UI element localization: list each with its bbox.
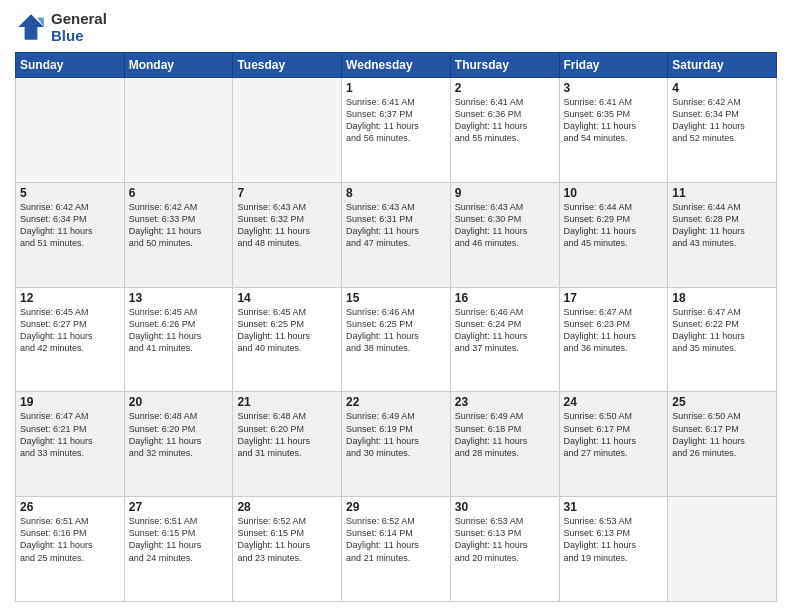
- day-cell: 8Sunrise: 6:43 AM Sunset: 6:31 PM Daylig…: [342, 182, 451, 287]
- day-cell: 17Sunrise: 6:47 AM Sunset: 6:23 PM Dayli…: [559, 287, 668, 392]
- day-info: Sunrise: 6:45 AM Sunset: 6:27 PM Dayligh…: [20, 306, 120, 355]
- day-info: Sunrise: 6:41 AM Sunset: 6:35 PM Dayligh…: [564, 96, 664, 145]
- weekday-header-tuesday: Tuesday: [233, 53, 342, 78]
- day-cell: 29Sunrise: 6:52 AM Sunset: 6:14 PM Dayli…: [342, 497, 451, 602]
- day-cell: 23Sunrise: 6:49 AM Sunset: 6:18 PM Dayli…: [450, 392, 559, 497]
- day-cell: 28Sunrise: 6:52 AM Sunset: 6:15 PM Dayli…: [233, 497, 342, 602]
- day-number: 1: [346, 81, 446, 95]
- day-number: 15: [346, 291, 446, 305]
- week-row-3: 12Sunrise: 6:45 AM Sunset: 6:27 PM Dayli…: [16, 287, 777, 392]
- day-cell: 1Sunrise: 6:41 AM Sunset: 6:37 PM Daylig…: [342, 78, 451, 183]
- day-cell: [668, 497, 777, 602]
- weekday-header-wednesday: Wednesday: [342, 53, 451, 78]
- day-number: 10: [564, 186, 664, 200]
- day-number: 29: [346, 500, 446, 514]
- day-info: Sunrise: 6:43 AM Sunset: 6:30 PM Dayligh…: [455, 201, 555, 250]
- day-number: 7: [237, 186, 337, 200]
- day-cell: 9Sunrise: 6:43 AM Sunset: 6:30 PM Daylig…: [450, 182, 559, 287]
- day-info: Sunrise: 6:52 AM Sunset: 6:15 PM Dayligh…: [237, 515, 337, 564]
- weekday-header-monday: Monday: [124, 53, 233, 78]
- day-number: 5: [20, 186, 120, 200]
- day-number: 12: [20, 291, 120, 305]
- week-row-2: 5Sunrise: 6:42 AM Sunset: 6:34 PM Daylig…: [16, 182, 777, 287]
- day-cell: 25Sunrise: 6:50 AM Sunset: 6:17 PM Dayli…: [668, 392, 777, 497]
- day-info: Sunrise: 6:42 AM Sunset: 6:34 PM Dayligh…: [20, 201, 120, 250]
- day-cell: 22Sunrise: 6:49 AM Sunset: 6:19 PM Dayli…: [342, 392, 451, 497]
- day-info: Sunrise: 6:46 AM Sunset: 6:25 PM Dayligh…: [346, 306, 446, 355]
- day-cell: 3Sunrise: 6:41 AM Sunset: 6:35 PM Daylig…: [559, 78, 668, 183]
- day-cell: [124, 78, 233, 183]
- day-info: Sunrise: 6:49 AM Sunset: 6:19 PM Dayligh…: [346, 410, 446, 459]
- logo-text: General Blue: [51, 10, 107, 44]
- day-cell: 16Sunrise: 6:46 AM Sunset: 6:24 PM Dayli…: [450, 287, 559, 392]
- day-cell: 30Sunrise: 6:53 AM Sunset: 6:13 PM Dayli…: [450, 497, 559, 602]
- day-info: Sunrise: 6:48 AM Sunset: 6:20 PM Dayligh…: [237, 410, 337, 459]
- logo-icon: [15, 11, 47, 43]
- day-number: 26: [20, 500, 120, 514]
- day-cell: 10Sunrise: 6:44 AM Sunset: 6:29 PM Dayli…: [559, 182, 668, 287]
- day-info: Sunrise: 6:49 AM Sunset: 6:18 PM Dayligh…: [455, 410, 555, 459]
- day-cell: 13Sunrise: 6:45 AM Sunset: 6:26 PM Dayli…: [124, 287, 233, 392]
- day-number: 31: [564, 500, 664, 514]
- day-number: 4: [672, 81, 772, 95]
- page: General Blue SundayMondayTuesdayWednesda…: [0, 0, 792, 612]
- header: General Blue: [15, 10, 777, 44]
- week-row-5: 26Sunrise: 6:51 AM Sunset: 6:16 PM Dayli…: [16, 497, 777, 602]
- day-number: 30: [455, 500, 555, 514]
- day-info: Sunrise: 6:41 AM Sunset: 6:37 PM Dayligh…: [346, 96, 446, 145]
- day-cell: 24Sunrise: 6:50 AM Sunset: 6:17 PM Dayli…: [559, 392, 668, 497]
- week-row-4: 19Sunrise: 6:47 AM Sunset: 6:21 PM Dayli…: [16, 392, 777, 497]
- day-cell: 7Sunrise: 6:43 AM Sunset: 6:32 PM Daylig…: [233, 182, 342, 287]
- day-info: Sunrise: 6:51 AM Sunset: 6:16 PM Dayligh…: [20, 515, 120, 564]
- day-info: Sunrise: 6:44 AM Sunset: 6:28 PM Dayligh…: [672, 201, 772, 250]
- day-info: Sunrise: 6:45 AM Sunset: 6:25 PM Dayligh…: [237, 306, 337, 355]
- day-info: Sunrise: 6:43 AM Sunset: 6:32 PM Dayligh…: [237, 201, 337, 250]
- day-cell: 18Sunrise: 6:47 AM Sunset: 6:22 PM Dayli…: [668, 287, 777, 392]
- logo: General Blue: [15, 10, 107, 44]
- day-cell: 6Sunrise: 6:42 AM Sunset: 6:33 PM Daylig…: [124, 182, 233, 287]
- day-cell: 20Sunrise: 6:48 AM Sunset: 6:20 PM Dayli…: [124, 392, 233, 497]
- day-info: Sunrise: 6:41 AM Sunset: 6:36 PM Dayligh…: [455, 96, 555, 145]
- weekday-header-sunday: Sunday: [16, 53, 125, 78]
- day-number: 18: [672, 291, 772, 305]
- day-cell: 14Sunrise: 6:45 AM Sunset: 6:25 PM Dayli…: [233, 287, 342, 392]
- day-cell: 26Sunrise: 6:51 AM Sunset: 6:16 PM Dayli…: [16, 497, 125, 602]
- day-cell: [16, 78, 125, 183]
- weekday-header-saturday: Saturday: [668, 53, 777, 78]
- day-number: 6: [129, 186, 229, 200]
- day-number: 14: [237, 291, 337, 305]
- day-cell: 12Sunrise: 6:45 AM Sunset: 6:27 PM Dayli…: [16, 287, 125, 392]
- day-number: 23: [455, 395, 555, 409]
- day-info: Sunrise: 6:48 AM Sunset: 6:20 PM Dayligh…: [129, 410, 229, 459]
- day-info: Sunrise: 6:44 AM Sunset: 6:29 PM Dayligh…: [564, 201, 664, 250]
- day-number: 16: [455, 291, 555, 305]
- day-info: Sunrise: 6:50 AM Sunset: 6:17 PM Dayligh…: [564, 410, 664, 459]
- day-info: Sunrise: 6:53 AM Sunset: 6:13 PM Dayligh…: [564, 515, 664, 564]
- day-info: Sunrise: 6:42 AM Sunset: 6:34 PM Dayligh…: [672, 96, 772, 145]
- day-info: Sunrise: 6:47 AM Sunset: 6:21 PM Dayligh…: [20, 410, 120, 459]
- day-info: Sunrise: 6:42 AM Sunset: 6:33 PM Dayligh…: [129, 201, 229, 250]
- day-number: 13: [129, 291, 229, 305]
- day-cell: 19Sunrise: 6:47 AM Sunset: 6:21 PM Dayli…: [16, 392, 125, 497]
- calendar-table: SundayMondayTuesdayWednesdayThursdayFrid…: [15, 52, 777, 602]
- day-number: 8: [346, 186, 446, 200]
- day-cell: 5Sunrise: 6:42 AM Sunset: 6:34 PM Daylig…: [16, 182, 125, 287]
- week-row-1: 1Sunrise: 6:41 AM Sunset: 6:37 PM Daylig…: [16, 78, 777, 183]
- day-number: 9: [455, 186, 555, 200]
- day-number: 19: [20, 395, 120, 409]
- day-info: Sunrise: 6:51 AM Sunset: 6:15 PM Dayligh…: [129, 515, 229, 564]
- day-info: Sunrise: 6:53 AM Sunset: 6:13 PM Dayligh…: [455, 515, 555, 564]
- day-number: 28: [237, 500, 337, 514]
- weekday-header-row: SundayMondayTuesdayWednesdayThursdayFrid…: [16, 53, 777, 78]
- day-info: Sunrise: 6:47 AM Sunset: 6:22 PM Dayligh…: [672, 306, 772, 355]
- day-info: Sunrise: 6:43 AM Sunset: 6:31 PM Dayligh…: [346, 201, 446, 250]
- day-cell: 21Sunrise: 6:48 AM Sunset: 6:20 PM Dayli…: [233, 392, 342, 497]
- day-number: 3: [564, 81, 664, 95]
- day-cell: 31Sunrise: 6:53 AM Sunset: 6:13 PM Dayli…: [559, 497, 668, 602]
- day-cell: 27Sunrise: 6:51 AM Sunset: 6:15 PM Dayli…: [124, 497, 233, 602]
- day-number: 20: [129, 395, 229, 409]
- day-number: 21: [237, 395, 337, 409]
- day-info: Sunrise: 6:45 AM Sunset: 6:26 PM Dayligh…: [129, 306, 229, 355]
- day-cell: 15Sunrise: 6:46 AM Sunset: 6:25 PM Dayli…: [342, 287, 451, 392]
- day-number: 17: [564, 291, 664, 305]
